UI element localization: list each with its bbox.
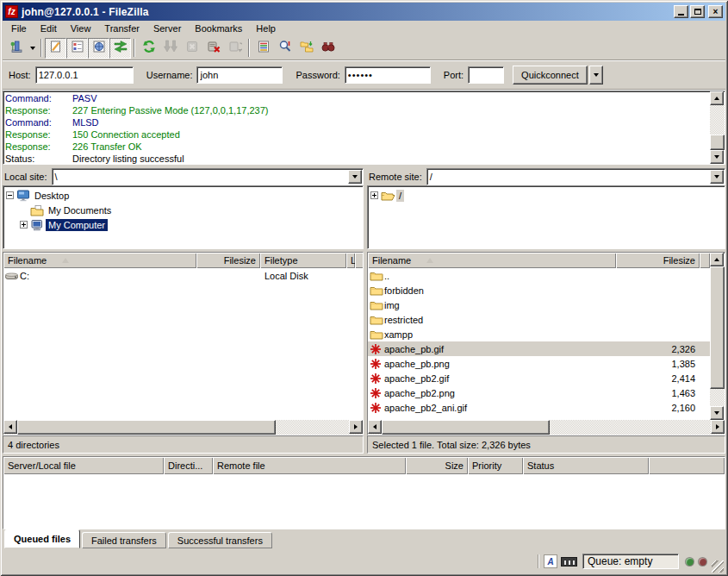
local-site-combo[interactable]: \	[52, 168, 364, 185]
close-button[interactable]: ×	[708, 5, 723, 18]
resize-grip[interactable]	[712, 560, 724, 573]
scroll-up-button[interactable]	[710, 253, 724, 266]
scrollbar-track[interactable]	[710, 389, 725, 406]
scrollbar-thumb[interactable]	[17, 420, 276, 435]
host-input[interactable]	[35, 66, 134, 84]
file-row-c[interactable]: C:Local Disk	[3, 268, 363, 283]
menu-edit[interactable]: Edit	[34, 22, 64, 35]
column-header-l[interactable]: L	[346, 253, 355, 268]
cancel-button[interactable]	[181, 38, 202, 59]
scrollbar-track[interactable]	[550, 420, 711, 435]
queue-column-priority[interactable]: Priority	[468, 457, 523, 474]
disconnect-icon	[207, 40, 221, 57]
queue-column-status[interactable]: Status	[523, 457, 649, 474]
menu-bookmarks[interactable]: Bookmarks	[188, 22, 249, 35]
file-row-forbidden[interactable]: forbidden	[368, 283, 710, 297]
menu-help[interactable]: Help	[249, 22, 283, 35]
local-site-dropdown-button[interactable]	[348, 170, 362, 184]
username-input[interactable]	[196, 66, 283, 84]
tree-item-item[interactable]: /	[368, 188, 725, 203]
scrollbar-track[interactable]	[710, 105, 725, 135]
quickconnect-button[interactable]: Quickconnect	[513, 66, 588, 85]
menu-server[interactable]: Server	[146, 22, 188, 35]
scroll-right-button[interactable]	[711, 420, 725, 434]
tab-failed-transfers[interactable]: Failed transfers	[82, 532, 166, 548]
file-row-apache-pb2-ani-gif[interactable]: apache_pb2_ani.gif2,160	[368, 400, 710, 415]
minus-expander-icon[interactable]	[6, 191, 14, 199]
scroll-down-button[interactable]	[710, 150, 724, 164]
refresh-button[interactable]	[138, 38, 159, 59]
column-header-filesize[interactable]: Filesize	[196, 253, 260, 268]
toggle-message-log-button[interactable]	[45, 38, 66, 59]
tab-successful-transfers[interactable]: Successful transfers	[168, 532, 272, 548]
queue-column-remote-file[interactable]: Remote file	[213, 457, 406, 474]
find-files-button[interactable]	[317, 38, 339, 59]
file-row-apache-pb2-gif[interactable]: apache_pb2.gif2,414	[368, 371, 710, 385]
reconnect-icon	[228, 40, 242, 57]
plus-expander-icon[interactable]	[20, 221, 28, 229]
minimize-button[interactable]	[674, 5, 688, 18]
site-manager-button[interactable]	[5, 38, 27, 59]
toggle-remote-tree-button[interactable]	[88, 38, 109, 59]
tree-item-my-computer[interactable]: My Computer	[3, 217, 363, 232]
menu-file[interactable]: File	[4, 22, 34, 35]
column-header-filetype[interactable]: Filetype	[260, 253, 346, 268]
plus-expander-icon[interactable]	[370, 191, 378, 199]
file-row-img[interactable]: img	[368, 297, 710, 312]
queue-column-directi[interactable]: Directi...	[164, 457, 213, 474]
filter-button[interactable]	[252, 38, 274, 59]
tab-queued-files[interactable]: Queued files	[4, 529, 80, 548]
toggle-local-tree-button[interactable]	[66, 38, 88, 59]
scrollbar-thumb[interactable]	[710, 266, 725, 389]
speed-limits-icon[interactable]	[561, 557, 577, 567]
file-row-apache-pb-png[interactable]: apache_pb.png1,385	[368, 356, 710, 371]
scroll-left-button[interactable]	[368, 420, 382, 434]
password-input[interactable]	[345, 66, 431, 84]
queue-column-server-local-file[interactable]: Server/Local file	[3, 457, 164, 474]
column-header-label: Filesize	[663, 255, 695, 266]
process-queue-button[interactable]	[159, 38, 181, 59]
remote-site-combo[interactable]: /	[426, 168, 725, 185]
scroll-down-button[interactable]	[710, 406, 724, 420]
toggle-queue-button[interactable]	[109, 38, 131, 59]
disconnect-button[interactable]	[202, 38, 224, 59]
message-log-scrollbar[interactable]	[710, 91, 725, 164]
file-row-restricted[interactable]: restricted	[368, 312, 710, 327]
tree-item-desktop[interactable]: Desktop	[3, 188, 363, 203]
local-hscrollbar[interactable]	[3, 420, 363, 435]
queue-column-size[interactable]: Size	[406, 457, 468, 474]
titlebar[interactable]: fz john@127.0.0.1 - FileZilla ×	[3, 3, 725, 21]
scroll-right-button[interactable]	[349, 420, 363, 434]
menu-view[interactable]: View	[64, 22, 98, 35]
column-header-filesize[interactable]: Filesize	[616, 253, 700, 268]
scroll-up-button[interactable]	[710, 91, 724, 105]
local-file-list: FilenameFilesizeFiletypeL C:Local Disk	[3, 252, 364, 435]
column-header-filename[interactable]: Filename	[368, 253, 616, 268]
port-input[interactable]	[468, 66, 504, 84]
menu-transfer[interactable]: Transfer	[97, 22, 146, 35]
file-row-apache-pb-gif[interactable]: apache_pb.gif2,326	[368, 341, 710, 356]
tree-item-my-documents[interactable]: My Documents	[3, 203, 363, 217]
filename-text: ..	[384, 271, 389, 281]
file-row-item[interactable]: ..	[368, 268, 710, 283]
toolbar-separator	[134, 39, 135, 57]
scroll-left-button[interactable]	[3, 420, 17, 434]
scrollbar-thumb[interactable]	[382, 420, 550, 435]
synchronized-browsing-button[interactable]	[296, 38, 317, 59]
scrollbar-thumb[interactable]	[710, 135, 725, 150]
remote-vscrollbar[interactable]	[710, 253, 725, 420]
reconnect-button[interactable]	[224, 38, 246, 59]
file-row-xampp[interactable]: xampp	[368, 327, 710, 341]
maximize-button[interactable]	[690, 5, 705, 18]
data-type-indicator-icon[interactable]: A	[544, 554, 557, 568]
filename-text: xampp	[384, 329, 413, 340]
scrollbar-track[interactable]	[276, 420, 349, 435]
column-header-filename[interactable]: Filename	[3, 253, 196, 268]
directory-comparison-button[interactable]	[274, 38, 296, 59]
site-manager-dropdown-button[interactable]	[27, 38, 38, 59]
file-row-apache-pb2-png[interactable]: apache_pb2.png1,463	[368, 385, 710, 400]
filename-text: apache_pb2.png	[384, 388, 455, 398]
remote-hscrollbar[interactable]	[368, 420, 725, 435]
remote-site-dropdown-button[interactable]	[710, 170, 724, 184]
quickconnect-dropdown-button[interactable]	[589, 66, 603, 85]
